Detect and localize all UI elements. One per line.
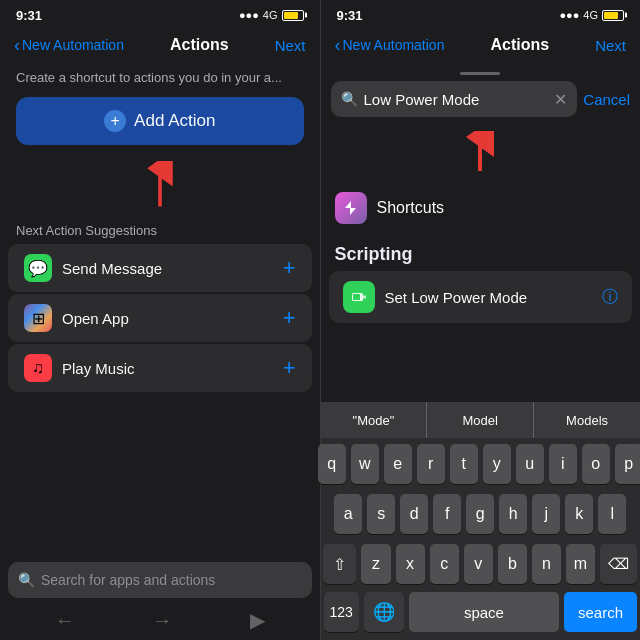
add-open-app-icon[interactable]: + xyxy=(283,305,296,331)
key-a[interactable]: a xyxy=(334,494,362,534)
key-d[interactable]: d xyxy=(400,494,428,534)
globe-icon[interactable]: 🌐 xyxy=(364,592,404,632)
key-m[interactable]: m xyxy=(566,544,595,584)
key-i[interactable]: i xyxy=(549,444,577,484)
nav-bar-right: ‹ New Automation Actions Next xyxy=(321,28,641,66)
key-k[interactable]: k xyxy=(565,494,593,534)
scripting-header: Scripting xyxy=(321,234,641,271)
network-right: 4G xyxy=(583,9,598,21)
search-value: Low Power Mode xyxy=(364,91,549,108)
search-input-row: 🔍 Low Power Mode ✕ Cancel xyxy=(331,81,631,117)
shift-key[interactable]: ⇧ xyxy=(323,544,356,584)
suggestion-send-message[interactable]: 💬 Send Message + xyxy=(8,244,312,292)
key-b[interactable]: b xyxy=(498,544,527,584)
key-f[interactable]: f xyxy=(433,494,461,534)
key-g[interactable]: g xyxy=(466,494,494,534)
status-icons-left: ●●● 4G xyxy=(239,9,304,21)
play-music-label: Play Music xyxy=(62,360,135,377)
keyboard-row-3: ⇧ z x c v b n m ⌫ xyxy=(321,538,641,588)
key-t[interactable]: t xyxy=(450,444,478,484)
back-arrow-left: ‹ xyxy=(14,36,20,54)
red-arrow-right xyxy=(321,131,641,176)
lpm-icon xyxy=(343,281,375,313)
key-n[interactable]: n xyxy=(532,544,561,584)
key-l[interactable]: l xyxy=(598,494,626,534)
add-action-plus-icon: + xyxy=(104,110,126,132)
num-key[interactable]: 123 xyxy=(324,592,359,632)
undo-icon[interactable]: ← xyxy=(55,609,75,632)
network-left: 4G xyxy=(263,9,278,21)
right-panel: 9:31 ●●● 4G ‹ New Automation Actions Nex… xyxy=(321,0,641,640)
shortcuts-label: Shortcuts xyxy=(377,199,445,217)
key-y[interactable]: y xyxy=(483,444,511,484)
red-arrow-up xyxy=(0,161,320,211)
music-icon: ♫ xyxy=(24,354,52,382)
add-action-button[interactable]: + Add Action xyxy=(16,97,304,145)
nav-title-left: Actions xyxy=(170,36,229,54)
keyboard-row-2: a s d f g h j k l xyxy=(321,488,641,538)
info-icon[interactable]: ⓘ xyxy=(602,287,618,308)
key-q[interactable]: q xyxy=(318,444,346,484)
time-right: 9:31 xyxy=(337,8,363,23)
key-s[interactable]: s xyxy=(367,494,395,534)
search-clear-icon[interactable]: ✕ xyxy=(554,90,567,109)
key-c[interactable]: c xyxy=(430,544,459,584)
status-bar-left: 9:31 ●●● 4G xyxy=(0,0,320,28)
left-panel: 9:31 ●●● 4G ‹ New Automation Actions Nex… xyxy=(0,0,320,640)
svg-rect-5 xyxy=(363,296,366,299)
signal-right: ●●● xyxy=(559,9,579,21)
space-key[interactable]: space xyxy=(409,592,559,632)
search-field-right[interactable]: 🔍 Low Power Mode ✕ xyxy=(331,81,578,117)
search-bar-bottom-left[interactable]: 🔍 Search for apps and actions xyxy=(8,562,312,598)
set-lpm-label: Set Low Power Mode xyxy=(385,289,528,306)
search-icon-left: 🔍 xyxy=(18,572,35,588)
search-key[interactable]: search xyxy=(564,592,637,632)
next-button-right[interactable]: Next xyxy=(595,37,626,54)
add-send-message-icon[interactable]: + xyxy=(283,255,296,281)
status-icons-right: ●●● 4G xyxy=(559,9,624,21)
keyboard-row-1: q w e r t y u i o p xyxy=(321,438,641,488)
back-label-right: New Automation xyxy=(343,37,445,53)
battery-right xyxy=(602,10,624,21)
nav-bar-left: ‹ New Automation Actions Next xyxy=(0,28,320,66)
key-r[interactable]: r xyxy=(417,444,445,484)
key-w[interactable]: w xyxy=(351,444,379,484)
drag-handle xyxy=(460,72,500,75)
svg-rect-6 xyxy=(353,294,360,300)
key-h[interactable]: h xyxy=(499,494,527,534)
description-left: Create a shortcut to actions you do in y… xyxy=(0,66,320,97)
backspace-key[interactable]: ⌫ xyxy=(600,544,637,584)
back-button-left[interactable]: ‹ New Automation xyxy=(14,36,124,54)
key-v[interactable]: v xyxy=(464,544,493,584)
suggestion-open-app[interactable]: ⊞ Open App + xyxy=(8,294,312,342)
suggestions-header: Next Action Suggestions xyxy=(0,215,320,244)
key-z[interactable]: z xyxy=(361,544,390,584)
add-action-label: Add Action xyxy=(134,111,215,131)
next-button-left[interactable]: Next xyxy=(275,37,306,54)
back-button-right[interactable]: ‹ New Automation xyxy=(335,36,445,54)
openapp-icon: ⊞ xyxy=(24,304,52,332)
back-label-left: New Automation xyxy=(22,37,124,53)
play-icon[interactable]: ▶ xyxy=(250,608,265,632)
key-j[interactable]: j xyxy=(532,494,560,534)
key-o[interactable]: o xyxy=(582,444,610,484)
send-message-label: Send Message xyxy=(62,260,162,277)
time-left: 9:31 xyxy=(16,8,42,23)
open-app-label: Open App xyxy=(62,310,129,327)
set-low-power-mode-item[interactable]: Set Low Power Mode ⓘ xyxy=(329,271,633,323)
back-arrow-right: ‹ xyxy=(335,36,341,54)
key-p[interactable]: p xyxy=(615,444,640,484)
shortcuts-section-item[interactable]: Shortcuts xyxy=(321,182,641,234)
redo-icon[interactable]: → xyxy=(152,609,172,632)
add-play-music-icon[interactable]: + xyxy=(283,355,296,381)
keyboard: "Mode" Model Models q w e r t y u i o p … xyxy=(321,402,641,640)
key-x[interactable]: x xyxy=(396,544,425,584)
key-u[interactable]: u xyxy=(516,444,544,484)
keyboard-suggestions: "Mode" Model Models xyxy=(321,402,641,438)
suggestion-play-music[interactable]: ♫ Play Music + xyxy=(8,344,312,392)
kbd-suggest-2[interactable]: Models xyxy=(534,402,640,438)
kbd-suggest-0[interactable]: "Mode" xyxy=(321,402,428,438)
kbd-suggest-1[interactable]: Model xyxy=(427,402,534,438)
key-e[interactable]: e xyxy=(384,444,412,484)
cancel-button[interactable]: Cancel xyxy=(583,91,630,108)
